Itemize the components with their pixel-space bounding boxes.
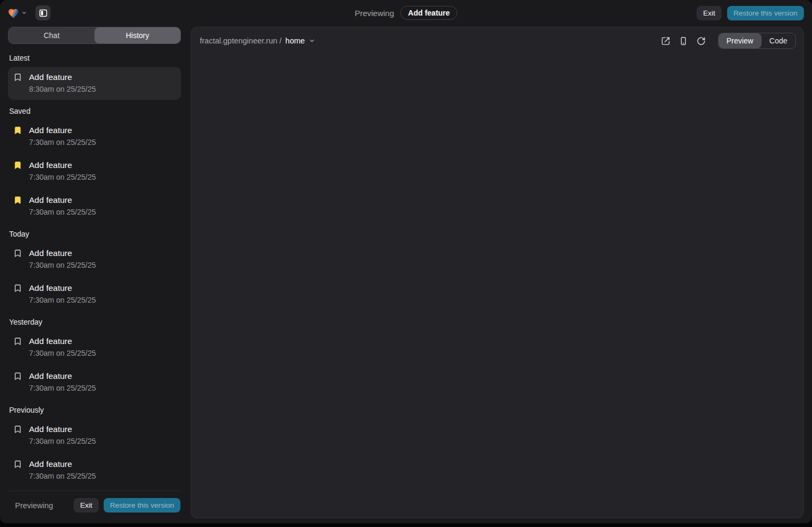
exit-button[interactable]: Exit — [697, 6, 722, 20]
version-item[interactable]: Add feature 7:30am on 25/25/25 — [8, 278, 181, 311]
url-page: home — [285, 36, 305, 45]
version-title: Add feature — [29, 125, 96, 136]
history-section: Latest Add feature 8:30am on 25/25/25 — [8, 54, 181, 100]
refresh-button[interactable] — [694, 33, 709, 48]
version-title: Add feature — [29, 282, 96, 294]
bookmark-icon — [13, 425, 22, 434]
version-timestamp: 7:30am on 25/25/25 — [29, 383, 96, 394]
preview-code-toggle: PreviewCode — [718, 33, 796, 49]
chevron-down-icon — [21, 10, 27, 16]
mobile-preview-icon — [679, 36, 688, 46]
restore-version-button[interactable]: Restore this version — [727, 6, 804, 20]
tab-chat[interactable]: Chat — [9, 27, 95, 43]
topbar-left-group — [6, 5, 50, 20]
footer-restore-version-button[interactable]: Restore this version — [104, 498, 180, 513]
section-heading: Today — [8, 230, 181, 243]
version-title: Add feature — [29, 71, 96, 83]
history-sidebar: ChatHistory Latest Add feature 8:30am on… — [8, 27, 181, 519]
open-in-new-window-button[interactable] — [658, 33, 673, 48]
version-timestamp: 7:30am on 25/25/25 — [29, 137, 96, 148]
history-section: Previously Add feature 7:30am on 25/25/2… — [8, 406, 181, 487]
bookmark-icon — [13, 284, 22, 292]
bookmark-icon — [13, 126, 22, 135]
app-window: Previewing Add feature Exit Restore this… — [0, 0, 812, 523]
section-heading: Previously — [8, 406, 181, 419]
bookmark-icon — [13, 372, 22, 380]
mobile-preview-button[interactable] — [676, 33, 691, 48]
version-item[interactable]: Add feature 7:30am on 25/25/25 — [8, 190, 181, 223]
version-timestamp: 7:30am on 25/25/25 — [29, 172, 96, 183]
version-timestamp: 7:30am on 25/25/25 — [29, 471, 96, 482]
bookmark-icon — [13, 249, 22, 258]
bookmark-icon — [13, 196, 22, 204]
history-section: Today Add feature 7:30am on 25/25/25 Add… — [8, 230, 181, 311]
version-timestamp: 7:30am on 25/25/25 — [29, 260, 96, 271]
version-item[interactable]: Add feature 7:30am on 25/25/25 — [8, 366, 181, 399]
version-item[interactable]: Add feature 8:30am on 25/25/25 — [8, 67, 181, 100]
bookmark-icon — [13, 161, 22, 170]
preview-panel: fractal.gptengineer.run / home — [191, 27, 804, 518]
section-heading: Latest — [8, 54, 181, 67]
version-timestamp: 7:30am on 25/25/25 — [29, 348, 96, 359]
heart-logo-icon — [8, 8, 19, 18]
section-heading: Saved — [8, 107, 181, 120]
bookmark-icon — [13, 73, 22, 82]
footer-exit-button[interactable]: Exit — [74, 498, 99, 513]
version-title: Add feature — [29, 194, 96, 206]
version-timestamp: 8:30am on 25/25/25 — [29, 84, 96, 95]
open-in-new-window-icon — [661, 36, 670, 46]
refresh-icon — [697, 36, 706, 46]
preview-url-selector[interactable]: fractal.gptengineer.run / home — [200, 36, 315, 45]
previewing-status-label: Previewing — [15, 501, 53, 510]
version-title: Add feature — [29, 335, 96, 347]
bookmark-icon — [13, 460, 22, 469]
version-item[interactable]: Add feature 7:30am on 25/25/25 — [8, 243, 181, 276]
panel-left-icon — [39, 9, 48, 18]
sidebar-footer: Previewing Exit Restore this version — [8, 491, 181, 519]
version-timestamp: 7:30am on 25/25/25 — [29, 207, 96, 218]
previewing-label: Previewing — [354, 9, 394, 18]
version-badge: Add feature — [401, 6, 458, 20]
topbar-center-group: Previewing Add feature — [354, 0, 457, 26]
version-item[interactable]: Add feature 7:30am on 25/25/25 — [8, 331, 181, 364]
version-timestamp: 7:30am on 25/25/25 — [29, 436, 96, 447]
version-history-list: Latest Add feature 8:30am on 25/25/25 Sa… — [8, 54, 181, 491]
version-item[interactable]: Add feature 7:30am on 25/25/25 — [8, 454, 181, 487]
version-item[interactable]: Add feature 7:30am on 25/25/25 — [8, 120, 181, 153]
topbar-right-group: Exit Restore this version — [697, 6, 804, 20]
preview-actions: PreviewCode — [658, 33, 796, 49]
toggle-sidebar-button[interactable] — [35, 5, 50, 20]
top-bar: Previewing Add feature Exit Restore this… — [0, 0, 812, 26]
tab-history[interactable]: History — [95, 27, 180, 43]
toggle-code[interactable]: Code — [762, 33, 795, 48]
version-title: Add feature — [29, 458, 96, 470]
preview-panel-header: fractal.gptengineer.run / home — [191, 27, 803, 54]
url-domain: fractal.gptengineer.run / — [200, 36, 281, 45]
version-title: Add feature — [29, 423, 96, 435]
version-item[interactable]: Add feature 7:30am on 25/25/25 — [8, 155, 181, 188]
history-section: Saved Add feature 7:30am on 25/25/25 Add… — [8, 107, 181, 223]
version-title: Add feature — [29, 370, 96, 382]
lovable-logo-menu[interactable] — [6, 6, 28, 19]
section-heading: Yesterday — [8, 318, 181, 331]
version-title: Add feature — [29, 159, 96, 171]
chevron-down-icon — [309, 38, 315, 44]
history-section: Yesterday Add feature 7:30am on 25/25/25… — [8, 318, 181, 399]
version-title: Add feature — [29, 247, 96, 259]
bookmark-icon — [13, 337, 22, 346]
sidebar-tab-switcher: ChatHistory — [8, 27, 181, 44]
toggle-preview[interactable]: Preview — [719, 33, 762, 48]
version-item[interactable]: Add feature 7:30am on 25/25/25 — [8, 419, 181, 452]
version-timestamp: 7:30am on 25/25/25 — [29, 295, 96, 306]
